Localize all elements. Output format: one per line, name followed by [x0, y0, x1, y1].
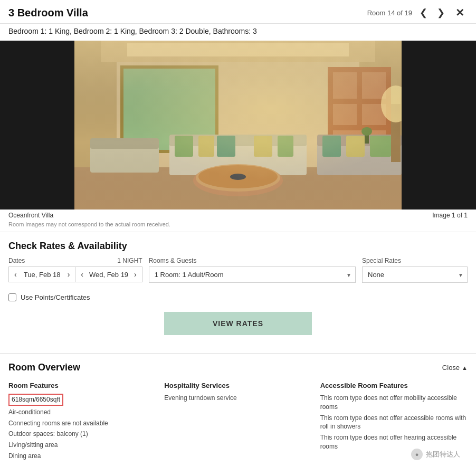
watermark-icon-symbol: ●: [415, 451, 419, 458]
close-overview-button[interactable]: Close ▲: [442, 364, 468, 372]
svg-rect-20: [254, 136, 272, 157]
chevron-up-icon: ▲: [462, 365, 468, 371]
svg-rect-4: [117, 62, 359, 167]
list-item: Outdoor spaces: balcony (1): [8, 430, 156, 439]
list-item: Living/sitting area: [8, 441, 156, 450]
watermark-text: 抱团特达人: [426, 450, 460, 459]
date-inputs: ‹ Tue, Feb 18 › ‹ Wed, Feb 19 ›: [8, 266, 142, 282]
room-image: [74, 41, 402, 210]
checkout-date-box: ‹ Wed, Feb 19 ›: [75, 266, 142, 282]
svg-rect-21: [278, 136, 293, 157]
svg-rect-35: [74, 41, 402, 210]
list-item: Air-conditioned: [8, 408, 156, 417]
points-checkbox-row: Use Points/Certificates: [8, 286, 468, 307]
special-rates-select[interactable]: None AAA/CAA Senior Discount Government/…: [362, 266, 468, 283]
view-rates-button[interactable]: VIEW RATES: [164, 312, 312, 335]
svg-point-29: [198, 165, 278, 188]
list-item: 618sqm/6650sqft: [8, 394, 156, 406]
hospitality-col: Hospitality Services Evening turndown se…: [164, 382, 311, 463]
rooms-guests-group: Rooms & Guests 1 Room: 1 Adult/Room 1 Ro…: [149, 257, 356, 283]
watermark: ● 抱团特达人: [411, 449, 460, 460]
image-right-black: [402, 41, 476, 210]
room-features-list: 618sqm/6650sqft Air-conditioned Connecti…: [8, 394, 156, 461]
list-item: Connecting rooms are not available: [8, 419, 156, 428]
rates-fields-row: Dates 1 NIGHT ‹ Tue, Feb 18 › ‹ Wed, Feb…: [8, 257, 468, 283]
overview-header: Room Overview Close ▲: [8, 362, 468, 373]
svg-rect-8: [333, 72, 357, 99]
svg-rect-22: [317, 144, 402, 175]
image-caption-label: Oceanfront Villa: [8, 212, 53, 219]
list-item: Dining area: [8, 452, 156, 461]
list-item: This room type does not offer accessible…: [320, 414, 468, 432]
room-overview-section: Room Overview Close ▲ Room Features 618s…: [0, 353, 476, 473]
checkin-prev-button[interactable]: ‹: [13, 270, 18, 279]
image-caption-row: Oceanfront Villa Image 1 of 1: [0, 210, 476, 221]
svg-rect-3: [74, 167, 402, 210]
svg-rect-12: [333, 130, 386, 162]
checkout-date-text: Wed, Feb 19: [88, 271, 130, 279]
list-item: Evening turndown service: [164, 394, 311, 403]
special-rates-label: Special Rates: [362, 257, 468, 264]
svg-rect-0: [74, 41, 402, 210]
hospitality-heading: Hospitality Services: [164, 382, 311, 389]
overview-title: Room Overview: [8, 362, 80, 373]
watermark-icon: ●: [411, 449, 423, 460]
view-rates-wrapper: VIEW RATES: [0, 307, 476, 353]
rooms-label: Rooms & Guests: [149, 257, 356, 264]
svg-point-27: [193, 165, 283, 196]
accessible-list: This room type does not offer mobility a…: [320, 394, 468, 451]
dates-label: Dates: [8, 257, 25, 264]
check-rates-title: Check Rates & Availability: [8, 241, 468, 252]
checkout-prev-button[interactable]: ‹: [80, 270, 84, 279]
close-overview-label: Close: [442, 364, 460, 372]
svg-rect-18: [198, 136, 214, 157]
svg-rect-6: [122, 67, 217, 151]
checkin-date-box: ‹ Tue, Feb 18 ›: [8, 266, 75, 282]
sqft-badge: 618sqm/6650sqft: [8, 394, 63, 406]
svg-rect-26: [370, 136, 391, 157]
check-rates-section: Check Rates & Availability Dates 1 NIGHT…: [0, 232, 476, 307]
svg-point-30: [230, 174, 246, 180]
close-button[interactable]: ✕: [452, 5, 468, 20]
prev-room-button[interactable]: ❮: [417, 7, 430, 18]
svg-rect-10: [333, 104, 357, 125]
svg-rect-1: [101, 41, 375, 62]
list-item: This room type does not offer mobility a…: [320, 394, 468, 412]
svg-rect-9: [362, 72, 386, 99]
points-checkbox[interactable]: [8, 293, 16, 301]
svg-rect-2: [127, 43, 349, 56]
rooms-select-wrapper: 1 Room: 1 Adult/Room 1 Room: 2 Adults/Ro…: [149, 266, 356, 283]
special-rates-select-wrapper: None AAA/CAA Senior Discount Government/…: [362, 266, 468, 283]
checkout-next-button[interactable]: ›: [133, 270, 138, 279]
nights-label: 1 NIGHT: [117, 257, 142, 264]
svg-point-34: [361, 127, 372, 136]
modal-header: 3 Bedroom Villa Room 14 of 19 ❮ ❯ ✕: [0, 0, 476, 24]
room-features-col: Room Features 618sqm/6650sqft Air-condit…: [8, 382, 156, 463]
svg-rect-24: [322, 136, 341, 157]
dates-group: Dates 1 NIGHT ‹ Tue, Feb 18 › ‹ Wed, Feb…: [8, 257, 142, 282]
svg-point-28: [196, 164, 280, 192]
svg-rect-11: [362, 104, 386, 125]
svg-rect-16: [169, 135, 307, 146]
checkin-next-button[interactable]: ›: [66, 270, 71, 279]
room-features-heading: Room Features: [8, 382, 156, 389]
svg-rect-31: [391, 104, 401, 162]
hospitality-list: Evening turndown service: [164, 394, 311, 403]
header-nav: Room 14 of 19 ❮ ❯ ✕: [367, 5, 468, 20]
svg-rect-7: [328, 67, 391, 167]
room-title: 3 Bedroom Villa: [8, 7, 88, 19]
dates-label-row: Dates 1 NIGHT: [8, 257, 142, 264]
image-note: Room images may not correspond to the ac…: [0, 221, 476, 232]
features-grid: Room Features 618sqm/6650sqft Air-condit…: [8, 382, 468, 473]
rooms-select[interactable]: 1 Room: 1 Adult/Room 1 Room: 2 Adults/Ro…: [149, 266, 356, 283]
svg-rect-25: [346, 136, 365, 157]
room-illustration: [74, 41, 402, 210]
svg-rect-33: [365, 133, 369, 144]
points-checkbox-label[interactable]: Use Points/Certificates: [21, 293, 90, 301]
next-room-button[interactable]: ❯: [435, 7, 447, 18]
image-counter: Image 1 of 1: [432, 212, 468, 219]
image-left-black: [0, 41, 74, 210]
svg-rect-17: [175, 136, 193, 157]
svg-rect-14: [90, 138, 159, 149]
room-subtitle: Bedroom 1: 1 King, Bedroom 2: 1 King, Be…: [0, 24, 476, 41]
